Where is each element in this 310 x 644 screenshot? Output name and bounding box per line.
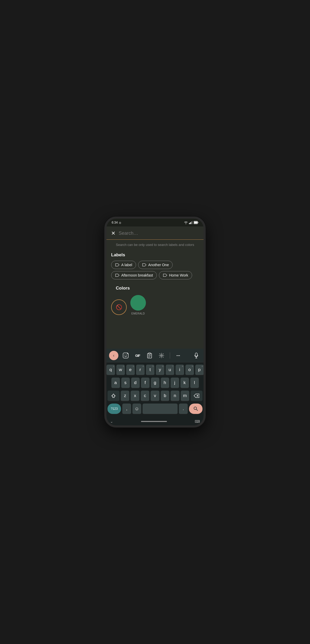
svg-point-8	[125, 355, 125, 355]
labels-title: Labels	[106, 250, 204, 260]
settings-gear-icon	[159, 353, 164, 358]
svg-rect-16	[195, 353, 197, 356]
key-g[interactable]: g	[151, 378, 159, 388]
svg-point-15	[161, 355, 162, 356]
key-m[interactable]: m	[181, 391, 189, 401]
key-a[interactable]: a	[111, 378, 120, 388]
svg-rect-1	[190, 222, 191, 224]
key-h[interactable]: h	[161, 378, 169, 388]
gif-label: GIF	[135, 354, 140, 358]
label-chip-homework[interactable]: Home Work	[159, 271, 192, 279]
clipboard-button[interactable]	[145, 351, 154, 360]
close-icon[interactable]: ✕	[111, 230, 116, 236]
key-period[interactable]: .	[179, 404, 188, 414]
key-emoji[interactable]: ☺	[132, 404, 141, 414]
toolbar-divider	[170, 352, 170, 359]
label-text: Another One	[148, 263, 169, 267]
key-q[interactable]: q1	[106, 365, 115, 375]
app-content: ✕ Search can be only used to search labe…	[106, 226, 204, 425]
key-row-3: z x c v b n m	[107, 391, 203, 401]
colors-title: Colors	[111, 283, 199, 293]
label-tag-icon	[115, 273, 120, 277]
label-tag-icon	[115, 263, 120, 267]
key-b[interactable]: b	[161, 391, 169, 401]
label-chip-another-one[interactable]: Another One	[138, 261, 173, 269]
labels-section: Labels A label Another One	[106, 250, 204, 281]
emoji-sticker-icon	[123, 353, 129, 358]
key-o[interactable]: o9	[185, 365, 194, 375]
key-backspace[interactable]	[191, 391, 203, 401]
key-x[interactable]: x	[131, 391, 139, 401]
no-color-slash-icon: 🚫	[116, 304, 122, 310]
key-comma[interactable]: ,	[122, 404, 131, 414]
settings-button[interactable]	[157, 351, 166, 360]
status-right	[184, 221, 198, 224]
keyboard-back-button[interactable]: ‹	[109, 351, 118, 360]
time-display: 6:34	[112, 221, 118, 224]
color-emerald-circle[interactable]	[130, 295, 146, 311]
keyboard-rows: q1 w2 e3 r4 t5 y6 u7 i8 o9 p0 a s d f	[106, 363, 204, 418]
keyboard-toolbar: ‹ GIF	[106, 349, 204, 363]
key-e[interactable]: e3	[126, 365, 135, 375]
key-k[interactable]: k	[180, 378, 189, 388]
gif-button[interactable]: GIF	[133, 351, 142, 360]
microphone-button[interactable]	[192, 351, 201, 360]
key-row-4: ?123 , ☺ .	[107, 404, 203, 414]
keyboard-hide-icon[interactable]: ⌄	[110, 419, 113, 424]
svg-line-22	[196, 409, 198, 411]
key-search[interactable]	[189, 404, 203, 414]
key-c[interactable]: c	[141, 391, 149, 401]
svg-rect-3	[192, 221, 193, 224]
svg-rect-11	[149, 353, 151, 354]
svg-rect-5	[198, 222, 198, 223]
svg-point-9	[126, 355, 127, 355]
key-d[interactable]: d	[131, 378, 140, 388]
key-r[interactable]: r4	[136, 365, 145, 375]
svg-rect-0	[189, 223, 190, 224]
label-chip-afternoon[interactable]: Afternoon breakfast	[111, 271, 157, 279]
key-row-1: q1 w2 e3 r4 t5 y6 u7 i8 o9 p0	[107, 365, 203, 375]
mic-icon	[194, 353, 198, 358]
label-text: Home Work	[169, 273, 188, 277]
key-i[interactable]: i8	[176, 365, 184, 375]
key-space[interactable]	[143, 404, 178, 414]
key-y[interactable]: y6	[156, 365, 164, 375]
status-left: 6:34 ◎	[112, 221, 121, 224]
location-icon: ◎	[119, 221, 121, 224]
more-options-button[interactable]: •••	[174, 351, 183, 360]
color-no-color-circle[interactable]: 🚫	[111, 299, 127, 315]
key-w[interactable]: w2	[116, 365, 125, 375]
key-n[interactable]: n	[171, 391, 179, 401]
keyboard-switch-icon[interactable]: ⌨	[195, 419, 200, 424]
key-t[interactable]: t5	[146, 365, 154, 375]
key-l[interactable]: l	[190, 378, 199, 388]
bottom-system-bar: ⌄ ⌨	[106, 418, 204, 425]
search-icon	[193, 406, 198, 411]
key-p[interactable]: p0	[195, 365, 204, 375]
key-shift[interactable]	[107, 391, 119, 401]
wifi-icon	[184, 221, 188, 224]
key-v[interactable]: v	[151, 391, 159, 401]
colors-section: Colors 🚫 EMERALD	[106, 281, 204, 318]
emoji-sticker-button[interactable]	[121, 351, 130, 360]
key-numbers[interactable]: ?123	[107, 404, 121, 414]
battery-icon	[194, 221, 198, 224]
emerald-label: EMERALD	[131, 312, 145, 315]
label-chip-a-label[interactable]: A label	[111, 261, 136, 269]
svg-rect-6	[194, 222, 197, 224]
key-u[interactable]: u7	[166, 365, 174, 375]
status-bar: 6:34 ◎	[106, 219, 204, 226]
home-indicator	[141, 421, 167, 422]
signal-icon	[189, 221, 193, 224]
key-f[interactable]: f	[141, 378, 150, 388]
key-j[interactable]: j	[171, 378, 179, 388]
key-row-2: a s d f g h j k l	[107, 378, 203, 388]
shift-icon	[111, 393, 116, 398]
color-no-color-wrap: 🚫	[111, 299, 127, 315]
key-s[interactable]: s	[121, 378, 130, 388]
search-input[interactable]	[119, 231, 199, 236]
key-z[interactable]: z	[121, 391, 129, 401]
label-text: A label	[121, 263, 132, 267]
keyboard: q1 w2 e3 r4 t5 y6 u7 i8 o9 p0 a s d f	[106, 363, 204, 425]
search-bar[interactable]: ✕	[106, 226, 204, 240]
